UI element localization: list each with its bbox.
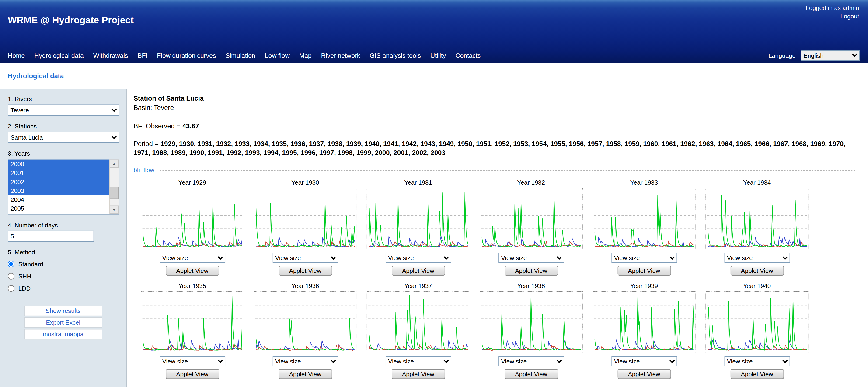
view-size-select-1930[interactable]: View size xyxy=(273,253,338,263)
chart-cell-1934: Year 1934View sizeApplet View xyxy=(701,179,813,276)
year-option-2001[interactable]: 2001 xyxy=(8,169,109,177)
flow-chart-1929 xyxy=(141,188,244,250)
flow-chart-1939 xyxy=(592,291,696,353)
nav-item-utility[interactable]: Utility xyxy=(430,52,446,59)
years-listbox[interactable]: 200020012002200320042005 ▲ ▼ xyxy=(8,159,119,215)
chart-cell-1937: Year 1937View sizeApplet View xyxy=(362,282,474,379)
year-option-2005[interactable]: 2005 xyxy=(8,204,109,213)
nav-item-simulation[interactable]: Simulation xyxy=(225,52,255,59)
flow-chart-1931 xyxy=(367,188,470,250)
nav-item-gis-analysis-tools[interactable]: GIS analysis tools xyxy=(370,52,421,59)
breadcrumb: Hydrological data xyxy=(0,63,868,89)
method-radio-ldd[interactable] xyxy=(8,285,14,292)
chart-cell-1940: Year 1940View sizeApplet View xyxy=(701,282,813,379)
years-label: 3. Years xyxy=(8,150,119,157)
breadcrumb-link[interactable]: Hydrological data xyxy=(8,72,64,80)
method-radio-label: SHH xyxy=(19,273,31,280)
chart-cell-1932: Year 1932View sizeApplet View xyxy=(475,179,588,276)
applet-view-button-1938[interactable]: Applet View xyxy=(504,369,558,379)
chart-cell-1931: Year 1931View sizeApplet View xyxy=(362,179,474,276)
view-size-select-1931[interactable]: View size xyxy=(385,253,451,263)
applet-view-button-1937[interactable]: Applet View xyxy=(392,369,445,379)
app-title: WRME @ Hydrogate Project xyxy=(8,15,134,26)
view-size-select-1933[interactable]: View size xyxy=(611,253,677,263)
chart-title-1937: Year 1937 xyxy=(404,282,432,289)
applet-view-button-1939[interactable]: Applet View xyxy=(617,369,671,379)
view-size-select-1939[interactable]: View size xyxy=(611,356,677,366)
logged-in-status: Logged in as admin xyxy=(806,4,859,12)
chart-cell-1935: Year 1935View sizeApplet View xyxy=(136,282,249,379)
stations-select[interactable]: Santa Lucia xyxy=(8,132,119,143)
nav-item-low-flow[interactable]: Low flow xyxy=(265,52,290,59)
view-size-select-1938[interactable]: View size xyxy=(498,356,564,366)
nav-item-hydrological-data[interactable]: Hydrological data xyxy=(34,52,84,59)
nav-menu: HomeHydrological dataWithdrawalsBFIFlow … xyxy=(8,52,768,59)
view-size-select-1929[interactable]: View size xyxy=(159,253,225,263)
chart-title-1938: Year 1938 xyxy=(517,282,545,289)
rivers-select[interactable]: Tevere xyxy=(8,104,119,115)
applet-view-button-1931[interactable]: Applet View xyxy=(392,266,445,276)
rivers-label: 1. Rivers xyxy=(8,96,119,102)
language-select[interactable]: English xyxy=(801,50,860,61)
scroll-up-icon[interactable]: ▲ xyxy=(110,160,119,168)
chart-cell-1936: Year 1936View sizeApplet View xyxy=(249,282,362,379)
action-mostra-mappa[interactable]: mostra_mappa xyxy=(24,329,102,340)
flow-chart-1932 xyxy=(479,188,583,250)
view-size-select-1940[interactable]: View size xyxy=(724,356,789,366)
view-size-select-1937[interactable]: View size xyxy=(385,356,451,366)
chart-title-1936: Year 1936 xyxy=(291,282,319,289)
year-option-2002[interactable]: 2002 xyxy=(8,177,109,186)
method-radio-standard[interactable] xyxy=(8,261,14,268)
period-line: Period = 1929, 1930, 1931, 1932, 1933, 1… xyxy=(133,140,860,157)
method-radio-shh[interactable] xyxy=(8,273,14,280)
applet-view-button-1935[interactable]: Applet View xyxy=(166,369,219,379)
method-option-ldd[interactable]: LDD xyxy=(8,282,119,294)
scrollbar-thumb[interactable] xyxy=(110,187,119,199)
view-size-select-1934[interactable]: View size xyxy=(724,253,789,263)
applet-view-button-1929[interactable]: Applet View xyxy=(166,266,219,276)
method-option-shh[interactable]: SHH xyxy=(8,270,119,282)
applet-view-button-1940[interactable]: Applet View xyxy=(731,369,784,379)
years-scrollbar[interactable]: ▲ ▼ xyxy=(109,160,119,214)
view-size-select-1932[interactable]: View size xyxy=(498,253,564,263)
year-option-2000[interactable]: 2000 xyxy=(8,160,109,169)
scrollbar-track[interactable] xyxy=(110,168,119,206)
applet-view-button-1936[interactable]: Applet View xyxy=(279,369,332,379)
nav-item-home[interactable]: Home xyxy=(8,52,25,59)
chart-title-1930: Year 1930 xyxy=(291,179,319,186)
applet-view-button-1934[interactable]: Applet View xyxy=(731,266,784,276)
view-size-select-1935[interactable]: View size xyxy=(159,356,225,366)
applet-view-button-1933[interactable]: Applet View xyxy=(617,266,671,276)
scroll-down-icon[interactable]: ▼ xyxy=(110,206,119,214)
applet-view-button-1930[interactable]: Applet View xyxy=(279,266,332,276)
chart-cell-1930: Year 1930View sizeApplet View xyxy=(249,179,362,276)
logout-link[interactable]: Logout xyxy=(840,12,859,21)
nav-item-river-network[interactable]: River network xyxy=(321,52,360,59)
days-input[interactable] xyxy=(8,231,94,242)
flow-chart-1930 xyxy=(253,188,357,250)
method-option-standard[interactable]: Standard xyxy=(8,258,119,270)
view-size-select-1936[interactable]: View size xyxy=(273,356,338,366)
nav-item-map[interactable]: Map xyxy=(299,52,311,59)
year-option-2004[interactable]: 2004 xyxy=(8,195,109,204)
year-option-2003[interactable]: 2003 xyxy=(8,186,109,195)
bfi-flow-link[interactable]: bfi_flow xyxy=(133,167,154,174)
action-show-results[interactable]: Show results xyxy=(24,306,102,316)
nav-item-contacts[interactable]: Contacts xyxy=(455,52,480,59)
header: Logged in as admin Logout WRME @ Hydroga… xyxy=(0,0,868,63)
page: Logged in as admin Logout WRME @ Hydroga… xyxy=(0,0,868,387)
navbar: HomeHydrological dataWithdrawalsBFIFlow … xyxy=(0,48,868,63)
dashed-divider xyxy=(160,170,855,170)
chart-title-1929: Year 1929 xyxy=(179,179,206,186)
chart-title-1939: Year 1939 xyxy=(630,282,658,289)
nav-item-flow-duration-curves[interactable]: Flow duration curves xyxy=(157,52,216,59)
bfi-observed: BFI Observed = 43.67 xyxy=(133,122,860,130)
action-export-excel[interactable]: Export Excel xyxy=(24,317,102,328)
basin-label: Basin: Tevere xyxy=(133,104,860,112)
flow-chart-1940 xyxy=(705,291,809,353)
chart-title-1940: Year 1940 xyxy=(743,282,771,289)
nav-item-bfi[interactable]: BFI xyxy=(137,52,148,59)
language-label: Language xyxy=(768,52,796,59)
nav-item-withdrawals[interactable]: Withdrawals xyxy=(93,52,128,59)
applet-view-button-1932[interactable]: Applet View xyxy=(504,266,558,276)
